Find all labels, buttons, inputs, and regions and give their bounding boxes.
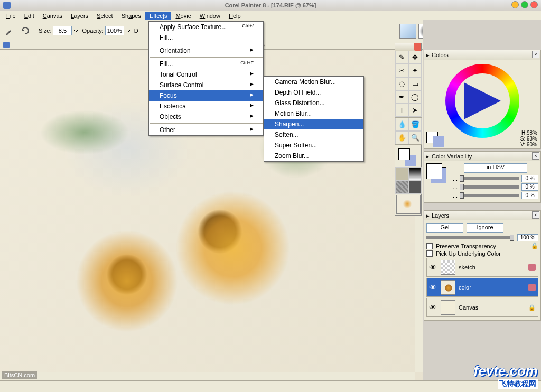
layers-title: Layers xyxy=(432,212,449,219)
variability-slider-v[interactable]: ...0 % xyxy=(453,192,538,199)
disclosure-triangle-icon[interactable]: ▸ xyxy=(426,52,430,59)
minimize-button[interactable] xyxy=(511,1,519,8)
disclosure-triangle-icon[interactable]: ▸ xyxy=(426,212,430,219)
visibility-icon[interactable]: 👁 xyxy=(429,283,437,292)
marquee-tool[interactable]: ▭ xyxy=(408,77,422,90)
menu-item[interactable]: Soften... xyxy=(264,129,363,140)
scrollbar-horizontal[interactable] xyxy=(0,372,415,380)
shape-tool[interactable]: ◯ xyxy=(408,90,422,104)
menu-item[interactable]: Sharpen... xyxy=(264,119,363,129)
toolbox-header[interactable] xyxy=(395,43,421,51)
reset-icon[interactable] xyxy=(19,24,32,37)
lasso-tool[interactable]: ◌ xyxy=(395,77,408,90)
toolbox-swatches[interactable] xyxy=(395,144,422,167)
palette-close-icon[interactable]: × xyxy=(532,51,539,58)
nozzle-selector[interactable] xyxy=(408,181,422,194)
crop-tool[interactable]: ✂ xyxy=(395,64,408,77)
menu-help[interactable]: Help xyxy=(225,12,245,20)
menu-item[interactable]: Focus▶ xyxy=(149,90,263,101)
close-button[interactable] xyxy=(530,1,538,8)
effects-menu-dropdown: Apply Surface Texture...Ctrl+/Fill...Ori… xyxy=(148,21,264,136)
variability-mode-select[interactable]: in HSV xyxy=(464,163,527,173)
variability-swatch[interactable] xyxy=(426,163,447,184)
pickup-color-label: Pick Up Underlying Color xyxy=(436,250,501,257)
layer-opacity-slider[interactable] xyxy=(426,236,514,239)
lock-icon[interactable]: 🔒 xyxy=(528,304,536,311)
pen-tool[interactable]: ✒ xyxy=(395,90,408,104)
menu-select[interactable]: Select xyxy=(92,12,117,20)
bucket-tool[interactable]: 🪣 xyxy=(408,118,422,131)
menu-item[interactable]: Esoterica▶ xyxy=(149,101,263,111)
composite-select[interactable]: Ignore xyxy=(467,223,503,233)
wand-tool[interactable]: ✦ xyxy=(408,64,422,77)
close-icon[interactable] xyxy=(414,43,421,51)
menu-item[interactable]: Fill...Ctrl+F xyxy=(149,59,263,69)
opacity-input[interactable] xyxy=(105,26,124,35)
menu-effects[interactable]: Effects xyxy=(145,12,171,20)
preserve-transparency-label: Preserve Transparency xyxy=(436,243,496,249)
brush-icon[interactable] xyxy=(3,24,16,37)
title-bar: Corel Painter 8 - [174.RIF @ 67%] xyxy=(0,0,541,11)
menu-item[interactable]: Super Soften... xyxy=(264,140,363,151)
brush-tool[interactable]: ✎ xyxy=(395,51,408,64)
variability-slider-h[interactable]: ...0 % xyxy=(453,175,538,182)
menu-item[interactable]: Camera Motion Blur... xyxy=(264,77,363,87)
layer-name: color xyxy=(459,284,471,291)
menu-item[interactable]: Fill... xyxy=(149,32,263,43)
move-tool[interactable]: ✥ xyxy=(408,51,422,64)
size-input[interactable] xyxy=(53,26,72,35)
color-wheel[interactable] xyxy=(445,64,519,138)
zoom-button[interactable] xyxy=(521,1,528,8)
disclosure-triangle-icon[interactable]: ▸ xyxy=(426,153,430,160)
menu-movie[interactable]: Movie xyxy=(171,12,195,20)
menu-item[interactable]: Objects▶ xyxy=(149,111,263,122)
text-tool[interactable]: T xyxy=(395,104,408,117)
layer-item[interactable]: 👁Canvas🔒 xyxy=(426,298,538,317)
primary-color-swatch[interactable] xyxy=(398,148,410,160)
layer-opacity-value[interactable]: 100 % xyxy=(517,234,538,241)
menu-item[interactable]: Zoom Blur... xyxy=(264,151,363,161)
magnifier-tool[interactable]: 🔍 xyxy=(408,131,422,144)
menu-item[interactable]: Motion Blur... xyxy=(264,108,363,119)
brush-category-thumb[interactable] xyxy=(399,24,416,39)
preserve-transparency-checkbox[interactable] xyxy=(426,243,433,249)
hand-tool[interactable]: ✋ xyxy=(395,131,408,144)
arrow-tool[interactable]: ➤ xyxy=(408,104,422,117)
menu-item[interactable]: Other▶ xyxy=(149,125,263,135)
layers-header[interactable]: ▸ Layers × xyxy=(424,211,540,220)
palette-close-icon[interactable]: × xyxy=(532,152,539,160)
size-field[interactable]: Size: xyxy=(39,26,79,35)
menu-item[interactable]: Surface Control▶ xyxy=(149,80,263,90)
palette-close-icon[interactable]: × xyxy=(532,211,539,219)
dropper-tool[interactable]: 💧 xyxy=(395,118,408,131)
additional-color-swatch[interactable] xyxy=(433,136,444,147)
colors-header[interactable]: ▸ Colors × xyxy=(424,50,540,60)
menu-item[interactable]: Tonal Control▶ xyxy=(149,69,263,80)
menu-window[interactable]: Window xyxy=(195,12,225,20)
visibility-icon[interactable]: 👁 xyxy=(429,263,437,272)
pickup-color-checkbox[interactable] xyxy=(426,250,433,257)
visibility-icon[interactable]: 👁 xyxy=(429,303,437,312)
paper-selector[interactable] xyxy=(395,167,408,181)
layer-item[interactable]: 👁sketch xyxy=(426,258,538,277)
menu-item[interactable]: Orientation▶ xyxy=(149,45,263,56)
color-variability-header[interactable]: ▸ Color Variability × xyxy=(424,152,540,161)
menu-canvas[interactable]: Canvas xyxy=(39,12,67,20)
lock-icon[interactable]: 🔒 xyxy=(531,242,538,249)
layer-item[interactable]: 👁color xyxy=(426,278,538,297)
variability-slider-s[interactable]: ...0 % xyxy=(453,183,538,191)
menu-item[interactable]: Depth Of Field... xyxy=(264,87,363,98)
separator xyxy=(35,24,35,37)
opacity-field[interactable]: Opacity: xyxy=(82,26,130,35)
menu-shapes[interactable]: Shapes xyxy=(117,12,145,20)
menu-edit[interactable]: Edit xyxy=(20,12,39,20)
menu-layers[interactable]: Layers xyxy=(67,12,92,20)
chevron-down-icon[interactable] xyxy=(126,28,131,33)
menu-item[interactable]: Glass Distortion... xyxy=(264,98,363,108)
menu-item[interactable]: Apply Surface Texture...Ctrl+/ xyxy=(149,22,263,32)
pattern-selector[interactable] xyxy=(395,181,408,194)
chevron-down-icon[interactable] xyxy=(73,28,79,33)
blend-mode-select[interactable]: Gel xyxy=(426,223,463,233)
menu-file[interactable]: File xyxy=(2,12,20,20)
gradient-selector[interactable] xyxy=(408,167,422,181)
